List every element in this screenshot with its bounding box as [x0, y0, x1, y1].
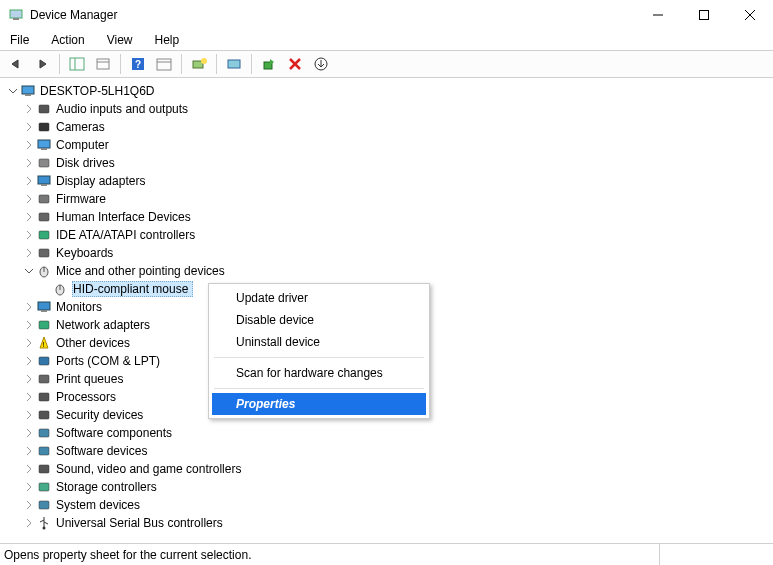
tree-category[interactable]: Sound, video and game controllers	[6, 460, 773, 478]
chevron-right-icon[interactable]	[22, 336, 36, 350]
chevron-right-icon[interactable]	[22, 246, 36, 260]
tree-category-label: Human Interface Devices	[56, 210, 191, 224]
tree-category[interactable]: Computer	[6, 136, 773, 154]
chevron-right-icon[interactable]	[22, 210, 36, 224]
mouse-icon	[36, 263, 52, 279]
chevron-right-icon[interactable]	[22, 156, 36, 170]
chevron-right-icon[interactable]	[22, 372, 36, 386]
tree-category[interactable]: Audio inputs and outputs	[6, 100, 773, 118]
chevron-right-icon[interactable]	[22, 516, 36, 530]
chevron-right-icon[interactable]	[22, 138, 36, 152]
svg-rect-32	[39, 231, 49, 239]
sound-icon	[36, 461, 52, 477]
tree-category[interactable]: Software devices	[6, 442, 773, 460]
monitor-icon	[36, 299, 52, 315]
menu-view[interactable]: View	[103, 31, 137, 49]
chevron-down-icon[interactable]	[6, 84, 20, 98]
forward-button[interactable]	[30, 53, 54, 75]
tree-category[interactable]: Display adapters	[6, 172, 773, 190]
chevron-right-icon[interactable]	[22, 228, 36, 242]
chevron-right-icon[interactable]	[22, 318, 36, 332]
menu-file[interactable]: File	[6, 31, 33, 49]
chevron-right-icon[interactable]	[22, 444, 36, 458]
chevron-right-icon[interactable]	[22, 120, 36, 134]
tree-category-label: Security devices	[56, 408, 143, 422]
system-icon	[36, 497, 52, 513]
toolbar-divider	[59, 54, 60, 74]
svg-rect-0	[10, 10, 22, 18]
display-icon	[36, 173, 52, 189]
tree-category-label: Other devices	[56, 336, 130, 350]
menu-help[interactable]: Help	[151, 31, 184, 49]
svg-rect-43	[39, 375, 49, 383]
tree-category-label: Storage controllers	[56, 480, 157, 494]
update-driver-toolbar-button[interactable]	[222, 53, 246, 75]
context-menu-item[interactable]: Scan for hardware changes	[212, 362, 426, 384]
tree-category[interactable]: System devices	[6, 496, 773, 514]
svg-rect-6	[70, 58, 84, 70]
minimize-button[interactable]	[635, 0, 681, 30]
tree-category[interactable]: Universal Serial Bus controllers	[6, 514, 773, 532]
maximize-button[interactable]	[681, 0, 727, 30]
keyboard-icon	[36, 245, 52, 261]
back-button[interactable]	[4, 53, 28, 75]
svg-rect-23	[39, 105, 49, 113]
tree-category[interactable]: IDE ATA/ATAPI controllers	[6, 226, 773, 244]
security-icon	[36, 407, 52, 423]
tree-category-label: IDE ATA/ATAPI controllers	[56, 228, 195, 242]
calendar-toolbar-button[interactable]	[152, 53, 176, 75]
chevron-right-icon[interactable]	[22, 480, 36, 494]
svg-rect-25	[38, 140, 50, 148]
tree-category-label: Software components	[56, 426, 172, 440]
show-hide-console-button[interactable]	[65, 53, 89, 75]
chevron-right-icon[interactable]	[22, 192, 36, 206]
tree-category-label: Monitors	[56, 300, 102, 314]
tree-category[interactable]: Keyboards	[6, 244, 773, 262]
tree-category-label: Universal Serial Bus controllers	[56, 516, 223, 530]
tree-category[interactable]: Disk drives	[6, 154, 773, 172]
chevron-right-icon[interactable]	[22, 498, 36, 512]
chevron-down-icon[interactable]	[22, 264, 36, 278]
tree-category-label: Network adapters	[56, 318, 150, 332]
printer-icon	[36, 371, 52, 387]
context-menu-item[interactable]: Disable device	[212, 309, 426, 331]
tree-category[interactable]: Human Interface Devices	[6, 208, 773, 226]
tree-category[interactable]: Firmware	[6, 190, 773, 208]
firmware-icon	[36, 191, 52, 207]
toolbar-divider	[216, 54, 217, 74]
tree-category[interactable]: Software components	[6, 424, 773, 442]
menu-action[interactable]: Action	[47, 31, 88, 49]
tree-category[interactable]: Mice and other pointing devices	[6, 262, 773, 280]
tree-category-label: Cameras	[56, 120, 105, 134]
chevron-right-icon[interactable]	[22, 462, 36, 476]
tree-root[interactable]: DESKTOP-5LH1Q6D	[6, 82, 773, 100]
chevron-right-icon[interactable]	[22, 102, 36, 116]
chevron-right-icon[interactable]	[22, 426, 36, 440]
menubar: File Action View Help	[0, 30, 773, 50]
properties-toolbar-button[interactable]	[91, 53, 115, 75]
scan-toolbar-button[interactable]	[187, 53, 211, 75]
context-menu-item[interactable]: Properties	[212, 393, 426, 415]
chevron-right-icon[interactable]	[22, 354, 36, 368]
chevron-right-icon[interactable]	[22, 300, 36, 314]
down-arrow-toolbar-button[interactable]	[309, 53, 333, 75]
svg-rect-21	[22, 86, 34, 94]
usb-icon	[36, 515, 52, 531]
tree-category[interactable]: Cameras	[6, 118, 773, 136]
enable-device-toolbar-button[interactable]	[257, 53, 281, 75]
svg-rect-16	[228, 60, 240, 68]
context-menu-item[interactable]: Uninstall device	[212, 331, 426, 353]
tree-category[interactable]: Storage controllers	[6, 478, 773, 496]
chevron-right-icon[interactable]	[22, 390, 36, 404]
close-button[interactable]	[727, 0, 773, 30]
context-menu-separator	[214, 388, 424, 389]
chevron-right-icon[interactable]	[22, 408, 36, 422]
uninstall-toolbar-button[interactable]	[283, 53, 307, 75]
help-toolbar-button[interactable]: ?	[126, 53, 150, 75]
other-icon: !	[36, 335, 52, 351]
context-menu-item[interactable]: Update driver	[212, 287, 426, 309]
chevron-right-icon[interactable]	[22, 174, 36, 188]
svg-rect-26	[41, 148, 47, 150]
computer-icon	[36, 137, 52, 153]
statusbar-text: Opens property sheet for the current sel…	[4, 548, 251, 562]
